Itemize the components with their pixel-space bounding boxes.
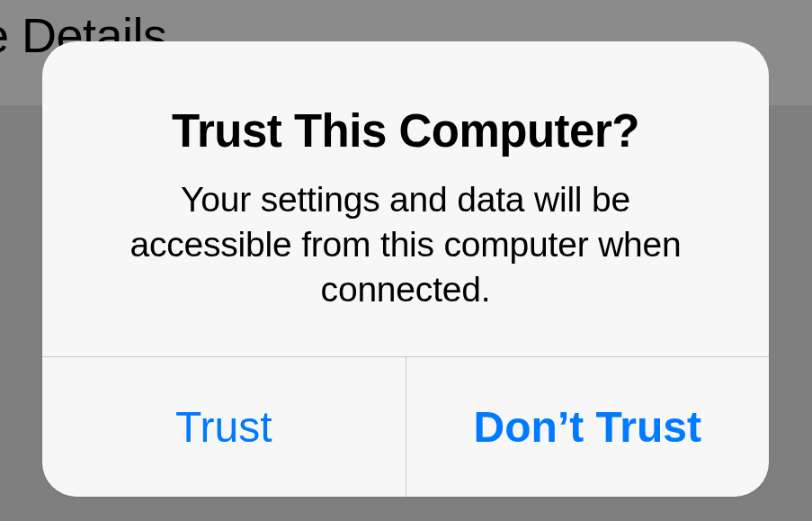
- dialog-message: Your settings and data will be accessibl…: [96, 177, 715, 312]
- dialog-button-row: Trust Don’t Trust: [42, 356, 769, 497]
- trust-computer-dialog: Trust This Computer? Your settings and d…: [42, 41, 769, 497]
- dialog-content: Trust This Computer? Your settings and d…: [42, 41, 769, 356]
- trust-button[interactable]: Trust: [42, 357, 406, 497]
- dont-trust-button[interactable]: Don’t Trust: [406, 357, 770, 497]
- dialog-title: Trust This Computer?: [96, 104, 715, 157]
